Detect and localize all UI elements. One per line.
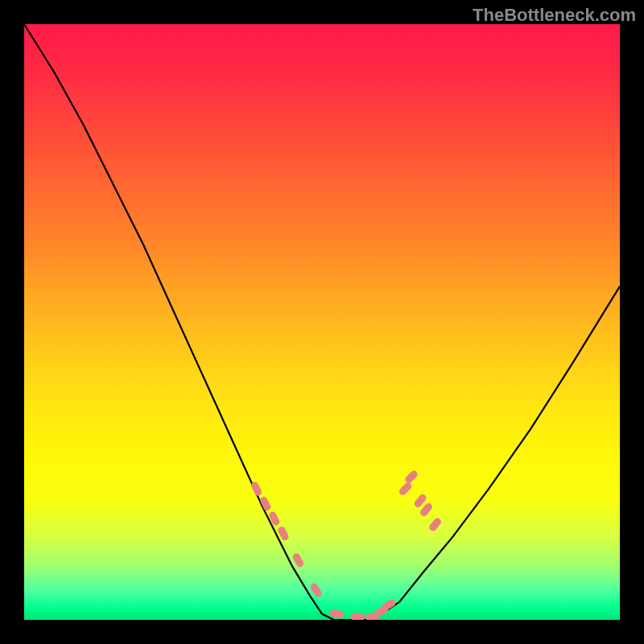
highlighted-point — [309, 582, 323, 598]
highlighted-point — [268, 510, 281, 526]
highlighted-point — [291, 552, 304, 568]
chart-svg — [24, 24, 620, 620]
highlighted-point — [350, 613, 365, 620]
bottleneck-curve-line — [24, 24, 620, 620]
highlighted-point — [427, 517, 442, 533]
highlighted-point — [403, 469, 419, 485]
highlighted-points-group — [250, 469, 443, 620]
watermark-text: TheBottleneck.com — [473, 5, 636, 26]
chart-plot-area — [24, 24, 620, 620]
highlighted-point — [329, 609, 345, 618]
highlighted-point — [398, 481, 413, 497]
